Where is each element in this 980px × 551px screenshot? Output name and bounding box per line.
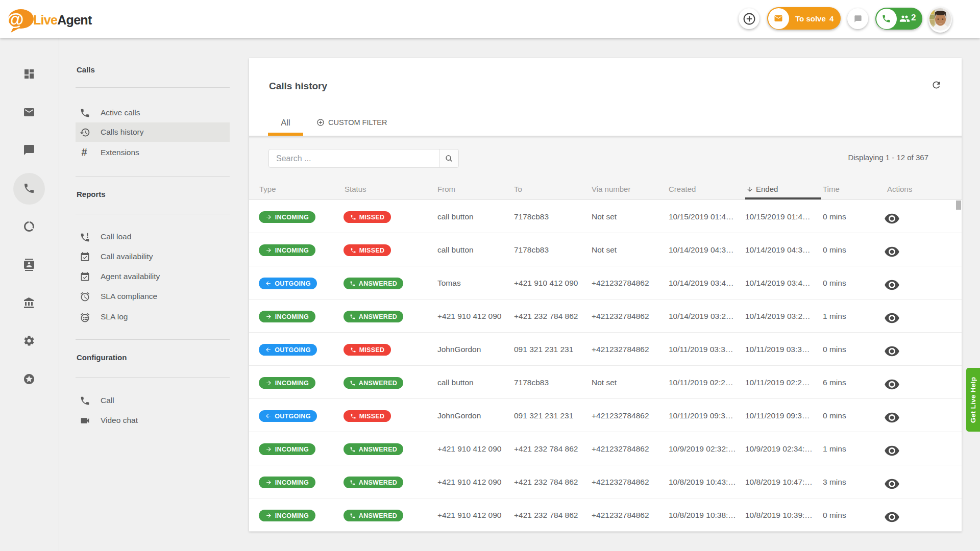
svg-text:LiveAgent: LiveAgent (33, 13, 92, 27)
svg-text:@: @ (6, 9, 23, 29)
